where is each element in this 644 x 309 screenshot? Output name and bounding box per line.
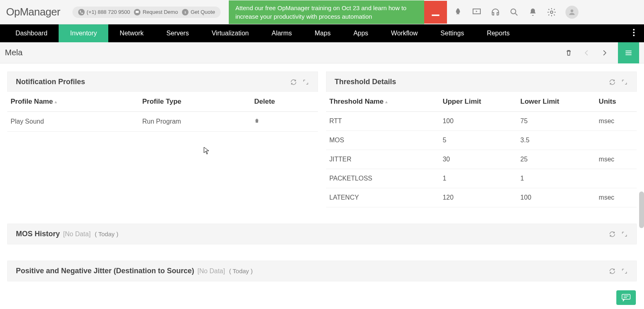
col-lower-limit[interactable]: Lower Limit <box>517 92 596 112</box>
refresh-icon[interactable] <box>290 78 297 86</box>
nav-reports[interactable]: Reports <box>475 24 521 42</box>
phone-item[interactable]: (+1) 888 720 9500 <box>78 9 130 15</box>
threshold-table: Threshold Name▲ Upper Limit Lower Limit … <box>326 92 637 207</box>
units-cell <box>596 169 637 188</box>
monitor-icon <box>134 9 140 15</box>
col-profile-type[interactable]: Profile Type <box>139 92 251 112</box>
threshold-name-cell: PACKETLOSS <box>326 169 439 188</box>
threshold-name-cell: LATENCY <box>326 188 439 207</box>
phone-icon <box>78 9 85 15</box>
demo-label: Request Demo <box>142 9 178 15</box>
breadcrumb-bar: Mela <box>0 42 644 63</box>
svg-point-3 <box>511 9 516 14</box>
section-nodata: [No Data] <box>63 231 91 238</box>
headset-icon[interactable] <box>491 7 500 17</box>
upper-limit-cell: 100 <box>439 112 517 131</box>
nav-inventory[interactable]: Inventory <box>59 24 108 42</box>
table-row: RTT 100 75 msec <box>326 112 637 131</box>
logo: OpManager <box>6 6 60 18</box>
col-units[interactable]: Units <box>596 92 637 112</box>
expand-icon[interactable] <box>302 78 309 86</box>
expand-icon[interactable] <box>621 231 628 238</box>
scrollbar-thumb[interactable] <box>639 191 644 228</box>
nav-servers[interactable]: Servers <box>155 24 200 42</box>
table-row: LATENCY 120 100 msec <box>326 188 637 207</box>
presentation-icon[interactable] <box>472 7 482 17</box>
content-area: Notification Profiles Profile Name▲ Prof… <box>0 63 644 306</box>
delete-icon[interactable] <box>561 45 576 61</box>
dollar-icon: $ <box>182 9 188 15</box>
units-cell: msec <box>596 150 637 169</box>
quote-label: Get Quote <box>191 9 215 15</box>
page-title: Mela <box>5 48 22 57</box>
section-bar: Positive and Negative Jitter (Destinatio… <box>7 261 637 281</box>
refresh-icon[interactable] <box>609 268 616 275</box>
bell-icon[interactable] <box>528 7 538 17</box>
notification-table: Profile Name▲ Profile Type Delete Play S… <box>7 92 318 132</box>
download-button[interactable] <box>424 1 447 24</box>
section-title: MOS History <box>16 230 60 238</box>
table-row: JITTER 30 25 msec <box>326 150 637 169</box>
col-upper-limit[interactable]: Upper Limit <box>439 92 517 112</box>
training-banner[interactable]: Attend our free OpManager training on Oc… <box>229 0 424 24</box>
contact-pill: (+1) 888 720 9500 Request Demo $ Get Quo… <box>72 7 221 18</box>
nav-virtualization[interactable]: Virtualization <box>200 24 260 42</box>
nav-workflow[interactable]: Workflow <box>380 24 429 42</box>
svg-point-6 <box>633 29 635 30</box>
expand-icon[interactable] <box>621 78 628 86</box>
upper-limit-cell: 30 <box>439 150 517 169</box>
top-icons <box>453 6 578 19</box>
upper-limit-cell: 5 <box>439 131 517 150</box>
table-row: Play Sound Run Program <box>7 112 318 132</box>
section-nodata: [No Data] <box>197 268 225 275</box>
crumb-actions <box>561 42 639 63</box>
threshold-details-panel: Threshold Details Threshold Name▲ Upper … <box>326 72 637 207</box>
refresh-icon[interactable] <box>609 78 616 86</box>
nav-settings[interactable]: Settings <box>429 24 475 42</box>
col-delete[interactable]: Delete <box>251 92 318 112</box>
svg-rect-9 <box>622 294 630 299</box>
upper-limit-cell: 120 <box>439 188 517 207</box>
svg-text:$: $ <box>184 11 186 13</box>
rocket-icon[interactable] <box>453 7 463 17</box>
table-row: MOS 5 3.5 <box>326 131 637 150</box>
svg-point-7 <box>633 32 635 33</box>
nav-maps[interactable]: Maps <box>303 24 342 42</box>
upper-limit-cell: 1 <box>439 169 517 188</box>
search-icon[interactable] <box>509 7 519 17</box>
col-threshold-name[interactable]: Threshold Name▲ <box>326 92 439 112</box>
hamburger-menu[interactable] <box>618 42 639 63</box>
lower-limit-cell: 100 <box>517 188 596 207</box>
section-period: ( Today ) <box>95 231 118 237</box>
refresh-icon[interactable] <box>609 231 616 238</box>
lower-limit-cell: 3.5 <box>517 131 596 150</box>
profile-type-cell: Run Program <box>139 112 251 132</box>
nav-alarms[interactable]: Alarms <box>260 24 303 42</box>
user-avatar[interactable] <box>565 6 578 19</box>
nav-dashboard[interactable]: Dashboard <box>4 24 59 42</box>
threshold-name-cell: JITTER <box>326 150 439 169</box>
threshold-name-cell: RTT <box>326 112 439 131</box>
next-icon[interactable] <box>597 45 612 61</box>
expand-icon[interactable] <box>621 268 628 275</box>
col-profile-name[interactable]: Profile Name▲ <box>7 92 139 112</box>
lower-limit-cell: 75 <box>517 112 596 131</box>
units-cell: msec <box>596 112 637 131</box>
svg-point-8 <box>633 35 635 36</box>
demo-item[interactable]: Request Demo <box>134 9 178 15</box>
nav-network[interactable]: Network <box>108 24 155 42</box>
lower-limit-cell: 1 <box>517 169 596 188</box>
notification-panel-title: Notification Profiles <box>16 78 85 86</box>
nav-apps[interactable]: Apps <box>342 24 379 42</box>
notification-profiles-panel: Notification Profiles Profile Name▲ Prof… <box>7 72 318 207</box>
prev-icon <box>579 45 594 61</box>
phone-number: (+1) 888 720 9500 <box>87 9 130 15</box>
nav-more-icon[interactable] <box>628 28 640 39</box>
quote-item[interactable]: $ Get Quote <box>182 9 215 15</box>
gear-icon[interactable] <box>547 7 556 17</box>
svg-point-4 <box>550 11 553 13</box>
section-bar: MOS History [No Data] ( Today ) <box>7 224 637 244</box>
svg-rect-0 <box>136 11 139 13</box>
chat-button[interactable] <box>616 290 636 305</box>
trash-icon[interactable] <box>254 118 260 125</box>
